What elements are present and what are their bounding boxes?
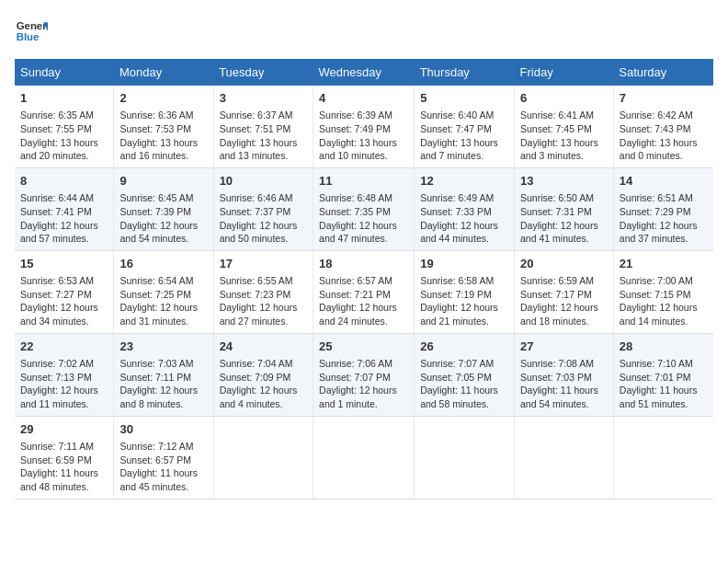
day-info-line: Daylight: 12 hours [20,219,108,233]
day-number: 2 [119,90,207,107]
logo: General Blue [15,15,48,48]
day-info-line: Daylight: 13 hours [319,136,408,150]
day-number: 3 [220,90,307,107]
day-info-line: Sunrise: 7:12 AM [119,440,207,454]
day-info-line: and 16 minutes. [119,149,207,163]
day-info-line: Sunrise: 6:58 AM [420,274,508,288]
day-info-line: Sunrise: 6:51 AM [620,191,708,205]
day-info-line: and 50 minutes. [220,232,307,246]
day-info-line: Sunset: 7:55 PM [20,122,108,136]
day-number: 24 [220,339,307,355]
day-info-line: Sunrise: 7:08 AM [520,357,608,371]
day-cell: 4Sunrise: 6:39 AMSunset: 7:49 PMDaylight… [313,86,415,167]
day-info-line: Sunrise: 7:10 AM [620,357,708,371]
day-info-line: and 21 minutes. [420,315,508,328]
day-info-line: and 4 minutes. [220,397,307,411]
day-number: 22 [20,339,108,355]
day-info-line: Sunrise: 7:03 AM [119,357,207,371]
day-number: 17 [220,256,307,272]
day-info-line: Daylight: 12 hours [119,384,207,397]
day-number: 26 [420,339,508,355]
day-cell [313,416,415,499]
day-info-line: Sunset: 7:29 PM [620,205,708,219]
day-info-line: and 41 minutes. [520,232,608,246]
day-cell: 21Sunrise: 7:00 AMSunset: 7:15 PMDayligh… [613,250,713,333]
day-info-line: Sunrise: 6:50 AM [520,191,608,205]
day-info-line: Sunrise: 6:54 AM [119,274,207,288]
day-info-line: Daylight: 12 hours [20,384,108,397]
day-info-line: Sunset: 7:47 PM [420,122,508,136]
day-info-line: Daylight: 12 hours [520,301,608,315]
day-info-line: Sunrise: 6:39 AM [319,109,408,122]
header-row: SundayMondayTuesdayWednesdayThursdayFrid… [15,59,713,86]
day-info-line: Sunrise: 7:04 AM [220,357,307,371]
day-info-line: and 13 minutes. [220,149,307,163]
day-info-line: Daylight: 12 hours [620,301,708,315]
day-info-line: Sunset: 7:03 PM [520,371,608,385]
day-info-line: Sunset: 7:25 PM [119,288,207,302]
day-info-line: Daylight: 12 hours [220,301,307,315]
day-info-line: Sunset: 7:31 PM [520,205,608,219]
day-info-line: Sunrise: 6:35 AM [20,109,108,122]
day-number: 16 [119,256,207,272]
col-header-wednesday: Wednesday [313,59,415,86]
col-header-monday: Monday [114,59,213,86]
day-info-line: Sunrise: 7:07 AM [420,357,508,371]
day-info-line: Sunset: 7:17 PM [520,288,608,302]
day-cell: 14Sunrise: 6:51 AMSunset: 7:29 PMDayligh… [613,167,713,250]
day-info-line: and 54 minutes. [520,397,608,411]
day-info-line: Sunrise: 6:48 AM [319,191,408,205]
day-info-line: and 11 minutes. [20,397,108,411]
day-info-line: Sunset: 7:35 PM [319,205,408,219]
day-info-line: Sunrise: 6:42 AM [620,109,708,122]
day-cell: 7Sunrise: 6:42 AMSunset: 7:43 PMDaylight… [613,86,713,167]
day-info-line: and 1 minute. [319,397,408,411]
day-info-line: Daylight: 13 hours [220,136,307,150]
day-number: 8 [20,173,108,190]
day-info-line: Sunrise: 6:55 AM [220,274,307,288]
day-info-line: and 47 minutes. [319,232,408,246]
day-number: 7 [620,90,708,107]
day-cell [515,416,614,499]
day-info-line: Sunset: 7:11 PM [119,371,207,385]
day-info-line: Sunset: 7:23 PM [220,288,307,302]
col-header-tuesday: Tuesday [213,59,313,86]
day-cell: 24Sunrise: 7:04 AMSunset: 7:09 PMDayligh… [213,333,313,416]
day-cell: 17Sunrise: 6:55 AMSunset: 7:23 PMDayligh… [213,250,313,333]
day-info-line: Sunset: 7:01 PM [620,371,708,385]
day-info-line: Daylight: 12 hours [119,301,207,315]
day-info-line: Daylight: 11 hours [420,384,508,397]
day-cell: 8Sunrise: 6:44 AMSunset: 7:41 PMDaylight… [15,167,114,250]
day-number: 13 [520,173,608,190]
day-info-line: and 24 minutes. [319,315,408,328]
day-info-line: Sunset: 7:51 PM [220,122,307,136]
day-info-line: Sunset: 7:33 PM [420,205,508,219]
week-row-2: 8Sunrise: 6:44 AMSunset: 7:41 PMDaylight… [15,167,713,250]
day-cell: 16Sunrise: 6:54 AMSunset: 7:25 PMDayligh… [114,250,213,333]
day-info-line: Sunrise: 6:49 AM [420,191,508,205]
day-number: 29 [20,421,108,438]
day-number: 15 [20,256,108,272]
day-info-line: and 45 minutes. [119,480,207,494]
day-info-line: and 58 minutes. [420,397,508,411]
day-info-line: and 57 minutes. [20,232,108,246]
day-info-line: Sunrise: 7:00 AM [620,274,708,288]
day-info-line: Sunset: 7:43 PM [620,122,708,136]
header: General Blue [15,15,713,48]
day-info-line: Sunset: 7:41 PM [20,205,108,219]
day-info-line: Sunset: 6:57 PM [119,454,207,467]
day-info-line: and 7 minutes. [420,149,508,163]
col-header-thursday: Thursday [415,59,515,86]
day-info-line: and 20 minutes. [20,149,108,163]
day-cell: 1Sunrise: 6:35 AMSunset: 7:55 PMDaylight… [15,86,114,167]
day-info-line: and 14 minutes. [620,315,708,328]
day-info-line: Sunset: 7:07 PM [319,371,408,385]
day-number: 14 [620,173,708,190]
day-info-line: Sunrise: 7:06 AM [319,357,408,371]
day-info-line: Sunrise: 6:57 AM [319,274,408,288]
col-header-sunday: Sunday [15,59,114,86]
day-info-line: Sunrise: 6:41 AM [520,109,608,122]
day-cell: 3Sunrise: 6:37 AMSunset: 7:51 PMDaylight… [213,86,313,167]
day-info-line: Daylight: 13 hours [119,136,207,150]
day-cell: 20Sunrise: 6:59 AMSunset: 7:17 PMDayligh… [515,250,614,333]
